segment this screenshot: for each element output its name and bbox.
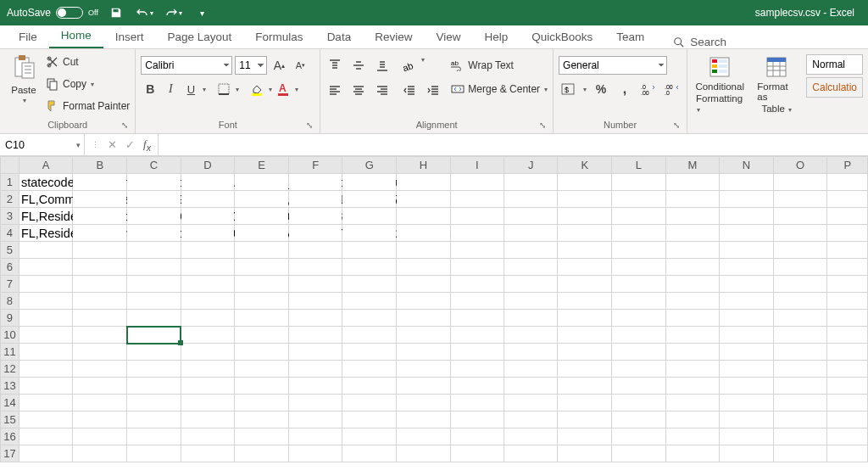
increase-font-icon[interactable]: A▴ <box>270 56 288 75</box>
font-name-select[interactable] <box>141 56 232 75</box>
cell-J15[interactable] <box>504 412 557 428</box>
merge-center-button[interactable]: Merge & Center ▾ <box>451 80 548 98</box>
cell-O14[interactable] <box>773 395 827 412</box>
cell-K10[interactable] <box>558 327 612 344</box>
cell-L1[interactable] <box>612 174 666 191</box>
cell-F5[interactable] <box>288 242 342 259</box>
tab-quickbooks[interactable]: QuickBooks <box>520 25 604 48</box>
cell-E11[interactable] <box>235 344 289 361</box>
row-header-6[interactable]: 6 <box>1 259 19 276</box>
cell-B7[interactable] <box>73 276 127 293</box>
cell-J12[interactable] <box>504 361 557 378</box>
cell-L17[interactable] <box>612 445 666 462</box>
cell-C17[interactable] <box>127 445 181 462</box>
cell-N2[interactable] <box>720 191 774 208</box>
bold-button[interactable]: B <box>141 80 159 98</box>
cell-G1[interactable] <box>342 174 397 191</box>
cell-G7[interactable] <box>342 276 397 293</box>
cell-H17[interactable] <box>397 445 451 462</box>
style-calculation[interactable]: Calculatio <box>806 77 863 98</box>
tab-page-layout[interactable]: Page Layout <box>156 25 244 48</box>
cell-N15[interactable] <box>720 412 774 428</box>
row-header-5[interactable]: 5 <box>1 242 19 259</box>
cell-G8[interactable] <box>342 293 397 310</box>
cell-M5[interactable] <box>665 242 720 259</box>
cell-C9[interactable] <box>127 310 181 327</box>
cell-E1[interactable] <box>235 174 289 191</box>
row-header-3[interactable]: 3 <box>1 208 19 225</box>
cell-E15[interactable] <box>235 412 289 428</box>
italic-button[interactable]: I <box>161 80 180 98</box>
cell-K13[interactable] <box>558 378 612 395</box>
cell-K14[interactable] <box>558 395 612 412</box>
cell-D16[interactable] <box>181 428 235 445</box>
row-header-16[interactable]: 16 <box>1 428 19 445</box>
cell-J4[interactable] <box>504 225 557 242</box>
fill-color-button[interactable] <box>248 80 266 98</box>
cell-P12[interactable] <box>827 361 868 378</box>
cell-F16[interactable] <box>288 428 342 445</box>
cell-B8[interactable] <box>73 293 127 310</box>
align-left-icon[interactable] <box>326 81 344 100</box>
accounting-format-icon[interactable]: $ <box>559 80 577 98</box>
cell-M10[interactable] <box>665 327 720 344</box>
cell-N10[interactable] <box>720 327 774 344</box>
cell-G15[interactable] <box>342 412 397 428</box>
cell-H1[interactable] <box>397 174 451 191</box>
cell-O6[interactable] <box>773 259 827 276</box>
cell-M15[interactable] <box>665 412 720 428</box>
cell-L10[interactable] <box>612 327 666 344</box>
cell-H8[interactable] <box>397 293 451 310</box>
cell-B2[interactable] <box>73 191 127 208</box>
col-header-C[interactable]: C <box>127 157 181 174</box>
cell-M6[interactable] <box>665 259 720 276</box>
cell-E16[interactable] <box>235 428 289 445</box>
cell-F2[interactable] <box>288 191 342 208</box>
tab-home[interactable]: Home <box>49 24 103 48</box>
cell-E5[interactable] <box>235 242 289 259</box>
decrease-font-icon[interactable]: A▾ <box>291 56 309 75</box>
cell-B3[interactable] <box>73 208 127 225</box>
decrease-indent-icon[interactable] <box>400 81 419 100</box>
col-header-I[interactable]: I <box>450 157 504 174</box>
cell-H15[interactable] <box>397 412 451 428</box>
enter-formula-icon[interactable]: ✓ <box>125 138 135 151</box>
tab-file[interactable]: File <box>7 25 49 48</box>
conditional-formatting-button[interactable]: Conditional Formatting ▾ <box>693 54 747 115</box>
cell-M13[interactable] <box>665 378 720 395</box>
row-header-10[interactable]: 10 <box>1 327 19 344</box>
cell-B12[interactable] <box>73 361 127 378</box>
cell-F8[interactable] <box>288 293 342 310</box>
cell-D1[interactable] <box>181 174 235 191</box>
cell-H4[interactable] <box>397 225 451 242</box>
cell-P8[interactable] <box>827 293 868 310</box>
cell-M1[interactable] <box>665 174 720 191</box>
row-header-4[interactable]: 4 <box>1 225 19 242</box>
style-normal[interactable]: Normal <box>806 54 863 75</box>
cell-E12[interactable] <box>235 361 289 378</box>
cell-O7[interactable] <box>773 276 827 293</box>
row-header-13[interactable]: 13 <box>1 378 19 395</box>
cell-D17[interactable] <box>181 445 235 462</box>
cell-E8[interactable] <box>235 293 289 310</box>
number-format-select[interactable] <box>559 56 667 75</box>
cell-O13[interactable] <box>773 378 827 395</box>
cell-P6[interactable] <box>827 259 868 276</box>
cell-I10[interactable] <box>450 327 504 344</box>
cell-J2[interactable] <box>504 191 557 208</box>
cell-G16[interactable] <box>342 428 397 445</box>
underline-button[interactable]: U <box>181 80 200 98</box>
cell-N7[interactable] <box>720 276 774 293</box>
cell-C3[interactable] <box>127 208 181 225</box>
tab-help[interactable]: Help <box>472 25 520 48</box>
cell-H3[interactable] <box>397 208 451 225</box>
cell-P17[interactable] <box>827 445 868 462</box>
cell-C7[interactable] <box>127 276 181 293</box>
row-header-11[interactable]: 11 <box>1 344 19 361</box>
cell-M7[interactable] <box>665 276 720 293</box>
cell-L5[interactable] <box>612 242 666 259</box>
row-header-2[interactable]: 2 <box>1 191 19 208</box>
tab-data[interactable]: Data <box>315 25 364 48</box>
autosave-toggle[interactable]: AutoSave Off <box>7 7 98 19</box>
cell-D10[interactable] <box>181 327 235 344</box>
